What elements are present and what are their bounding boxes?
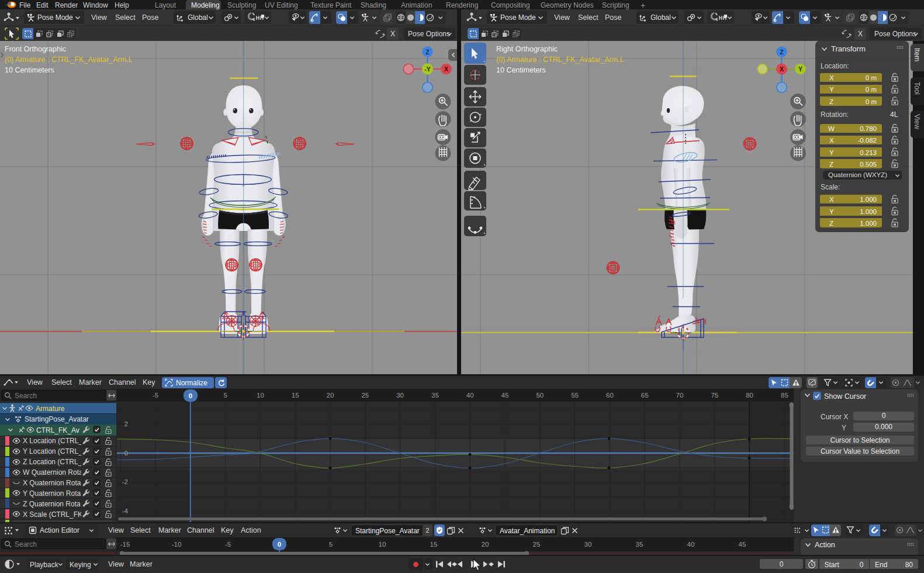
svg-text:40: 40 xyxy=(466,392,474,399)
svg-text:45: 45 xyxy=(739,541,746,548)
svg-text:(0) Armature : CTRL_FK_Avatar_: (0) Armature : CTRL_FK_Avatar_Arm.L xyxy=(496,56,624,64)
svg-text:-4: -4 xyxy=(122,508,129,515)
svg-text:75: 75 xyxy=(711,392,718,399)
svg-text:X: X xyxy=(444,65,448,73)
svg-text:30: 30 xyxy=(584,541,592,548)
svg-text:45: 45 xyxy=(501,392,509,399)
svg-text:30: 30 xyxy=(396,392,404,399)
svg-text:80: 80 xyxy=(746,392,753,399)
svg-text:20: 20 xyxy=(327,392,334,399)
svg-text:5: 5 xyxy=(223,392,227,399)
svg-text:0: 0 xyxy=(124,450,128,457)
svg-text:-5: -5 xyxy=(153,392,158,399)
svg-text:50: 50 xyxy=(536,392,544,399)
svg-text:15: 15 xyxy=(292,392,299,399)
svg-text:Right Orthographic: Right Orthographic xyxy=(496,45,558,53)
svg-text:5: 5 xyxy=(329,541,333,548)
svg-text:10: 10 xyxy=(257,392,264,399)
svg-text:0: 0 xyxy=(278,541,281,548)
svg-text:25: 25 xyxy=(533,541,541,548)
svg-text:65: 65 xyxy=(641,392,649,399)
svg-text:Z: Z xyxy=(780,49,784,56)
svg-text:55: 55 xyxy=(571,392,579,399)
svg-text:25: 25 xyxy=(361,392,369,399)
svg-text:-Y: -Y xyxy=(424,65,431,73)
svg-text:-2: -2 xyxy=(122,478,128,485)
svg-text:Z: Z xyxy=(425,49,430,56)
svg-text:20: 20 xyxy=(482,541,489,548)
svg-text:70: 70 xyxy=(676,392,684,399)
svg-text:60: 60 xyxy=(606,392,614,399)
svg-text:35: 35 xyxy=(431,392,439,399)
svg-text:10 Centimeters: 10 Centimeters xyxy=(496,66,546,74)
svg-text:35: 35 xyxy=(636,541,643,548)
svg-text:2: 2 xyxy=(124,420,128,427)
svg-text:40: 40 xyxy=(687,541,695,548)
svg-text:Front Orthographic: Front Orthographic xyxy=(5,45,66,53)
svg-text:85: 85 xyxy=(781,392,788,399)
svg-text:-5: -5 xyxy=(225,541,231,548)
svg-text:15: 15 xyxy=(430,541,438,548)
svg-text:(0) Armature : CTRL_FK_Avatar_: (0) Armature : CTRL_FK_Avatar_Arm.L xyxy=(5,56,133,64)
svg-text:X: X xyxy=(780,65,784,73)
svg-text:10 Centimeters: 10 Centimeters xyxy=(5,66,54,74)
svg-text:0: 0 xyxy=(189,392,192,399)
svg-text:-15: -15 xyxy=(120,541,130,548)
svg-text:Y: Y xyxy=(798,65,802,73)
svg-text:-10: -10 xyxy=(172,541,182,548)
svg-text:10: 10 xyxy=(379,541,386,548)
